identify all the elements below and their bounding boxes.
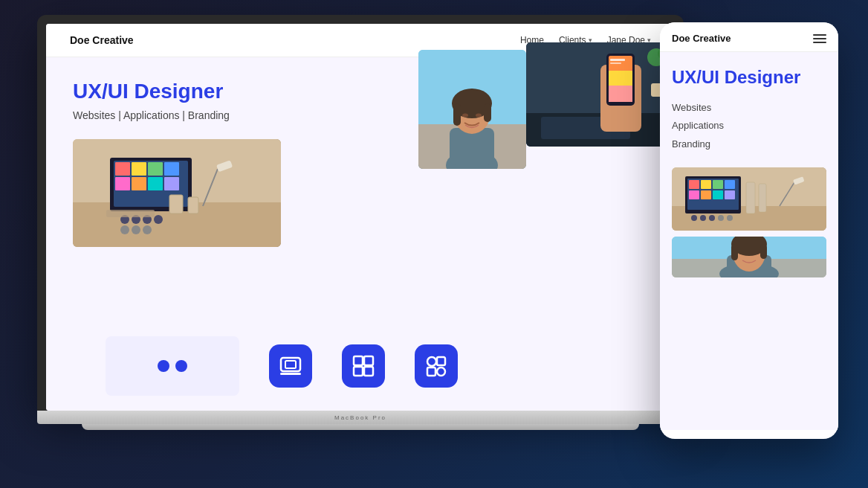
svg-rect-77 xyxy=(759,184,766,212)
svg-rect-46 xyxy=(610,59,625,61)
svg-point-73 xyxy=(709,215,715,221)
svg-rect-11 xyxy=(164,177,179,190)
svg-rect-87 xyxy=(760,244,767,259)
svg-rect-42 xyxy=(609,86,632,102)
svg-point-16 xyxy=(120,225,129,234)
app-icons-row xyxy=(106,336,458,396)
svg-point-75 xyxy=(727,215,733,221)
svg-rect-65 xyxy=(713,180,723,189)
app-icon-2 xyxy=(342,344,385,388)
svg-point-55 xyxy=(427,357,436,366)
svg-rect-47 xyxy=(610,62,621,64)
svg-point-72 xyxy=(700,215,706,221)
svg-point-32 xyxy=(462,114,468,118)
svg-rect-49 xyxy=(285,361,296,368)
svg-rect-5 xyxy=(132,162,146,176)
phone-hero-title: UX/UI Designer xyxy=(672,67,826,89)
svg-rect-21 xyxy=(188,197,198,214)
app-icon-3 xyxy=(415,344,458,388)
svg-rect-8 xyxy=(115,177,130,190)
phone-hand-image xyxy=(526,42,675,147)
svg-rect-30 xyxy=(453,103,461,126)
web-content-area: UX/UI Designer Websites | Applications |… xyxy=(46,57,675,411)
macbook-screen-outer: Doe Creative Home Clients ▾ Jane Doe xyxy=(37,15,684,411)
dot-blue-2 xyxy=(175,360,187,372)
svg-rect-76 xyxy=(746,182,755,214)
phone-hero-list: Websites Applications Branding xyxy=(672,99,826,154)
main-scene: Doe Creative Home Clients ▾ Jane Doe xyxy=(0,0,868,488)
svg-rect-68 xyxy=(701,190,711,199)
svg-rect-7 xyxy=(164,162,179,176)
svg-point-71 xyxy=(691,215,697,221)
svg-rect-67 xyxy=(689,190,699,199)
macbook-screen-inner: Doe Creative Home Clients ▾ Jane Doe xyxy=(46,24,675,411)
svg-rect-51 xyxy=(354,356,363,365)
website-content: Doe Creative Home Clients ▾ Jane Doe xyxy=(46,24,675,411)
hamburger-icon[interactable] xyxy=(813,34,826,43)
svg-rect-48 xyxy=(281,358,300,371)
svg-rect-10 xyxy=(148,177,163,190)
svg-point-18 xyxy=(143,225,152,234)
phone-mockup: Doe Creative UX/UI Designer Websites App… xyxy=(660,22,838,439)
macbook-label: MacBook Pro xyxy=(334,414,386,421)
person-image xyxy=(418,50,526,169)
macbook-mockup: Doe Creative Home Clients ▾ Jane Doe xyxy=(37,15,684,430)
svg-rect-31 xyxy=(484,103,491,122)
hamburger-line-1 xyxy=(813,34,826,36)
desk-image xyxy=(73,139,281,247)
hamburger-line-2 xyxy=(813,38,826,39)
svg-rect-9 xyxy=(132,177,146,190)
svg-point-15 xyxy=(154,215,163,224)
svg-rect-52 xyxy=(364,356,373,365)
macbook-foot xyxy=(82,424,639,430)
svg-rect-50 xyxy=(280,373,301,375)
phone-content: UX/UI Designer Websites Applications Bra… xyxy=(660,52,838,430)
svg-rect-66 xyxy=(725,180,735,189)
svg-point-33 xyxy=(476,114,482,118)
website-brand: Doe Creative xyxy=(70,34,134,46)
svg-rect-63 xyxy=(689,180,699,189)
svg-rect-69 xyxy=(713,190,723,199)
svg-rect-58 xyxy=(437,367,445,376)
macbook-base: MacBook Pro xyxy=(37,411,684,424)
svg-rect-64 xyxy=(701,180,711,189)
phone-desk-image xyxy=(672,167,826,231)
hamburger-line-3 xyxy=(813,42,826,43)
svg-rect-41 xyxy=(609,71,632,86)
svg-rect-4 xyxy=(115,162,130,176)
phone-brand: Doe Creative xyxy=(672,33,731,44)
svg-rect-86 xyxy=(731,244,738,260)
svg-rect-20 xyxy=(169,195,183,214)
svg-rect-70 xyxy=(725,190,735,199)
dot-blue xyxy=(158,360,169,372)
svg-rect-56 xyxy=(437,357,445,365)
svg-rect-54 xyxy=(364,367,373,376)
svg-rect-57 xyxy=(427,367,435,376)
phone-nav: Doe Creative xyxy=(660,22,838,52)
placeholder-block xyxy=(106,336,239,396)
svg-point-17 xyxy=(132,225,140,234)
svg-rect-6 xyxy=(148,162,163,176)
svg-point-74 xyxy=(718,215,724,221)
dot-pair xyxy=(158,360,187,372)
svg-rect-19 xyxy=(106,210,155,217)
phone-person-image xyxy=(672,237,826,277)
app-icon-1 xyxy=(269,344,312,388)
svg-rect-53 xyxy=(354,367,363,376)
